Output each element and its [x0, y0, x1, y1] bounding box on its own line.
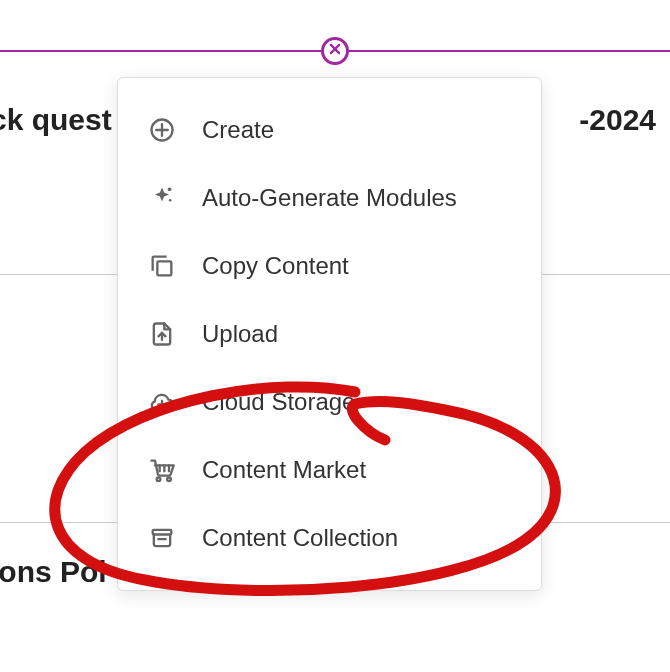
svg-point-11 [167, 477, 171, 481]
menu-item-copy-content[interactable]: Copy Content [118, 232, 541, 300]
divider-close-button[interactable] [321, 37, 349, 65]
svg-point-5 [168, 187, 172, 191]
add-content-menu: Create Auto-Generate Modules Copy Conten… [117, 77, 542, 591]
svg-point-6 [169, 199, 172, 202]
menu-item-cloud-storage[interactable]: Cloud Storage [118, 368, 541, 436]
sparkle-icon [146, 182, 178, 214]
background-text-bottom: ions Poi [0, 555, 107, 589]
menu-item-label: Copy Content [202, 252, 349, 280]
page-root: ck quest -2024 ions Poi Create [0, 0, 670, 672]
background-text-right: -2024 [579, 103, 656, 137]
menu-item-label: Auto-Generate Modules [202, 184, 457, 212]
shopping-cart-icon [146, 454, 178, 486]
menu-item-label: Content Market [202, 456, 366, 484]
background-text-left: ck quest [0, 103, 112, 137]
copy-icon [146, 250, 178, 282]
menu-item-label: Content Collection [202, 524, 398, 552]
svg-rect-7 [157, 261, 171, 275]
svg-rect-15 [153, 530, 172, 535]
upload-file-icon [146, 318, 178, 350]
menu-item-label: Upload [202, 320, 278, 348]
menu-item-content-collection[interactable]: Content Collection [118, 504, 541, 572]
menu-item-label: Create [202, 116, 274, 144]
plus-circle-icon [146, 114, 178, 146]
menu-item-upload[interactable]: Upload [118, 300, 541, 368]
menu-item-auto-generate[interactable]: Auto-Generate Modules [118, 164, 541, 232]
menu-item-label: Cloud Storage [202, 388, 355, 416]
menu-item-content-market[interactable]: Content Market [118, 436, 541, 504]
menu-item-create[interactable]: Create [118, 96, 541, 164]
svg-point-10 [157, 477, 161, 481]
archive-icon [146, 522, 178, 554]
cloud-plus-icon [146, 386, 178, 418]
close-icon [328, 42, 342, 60]
